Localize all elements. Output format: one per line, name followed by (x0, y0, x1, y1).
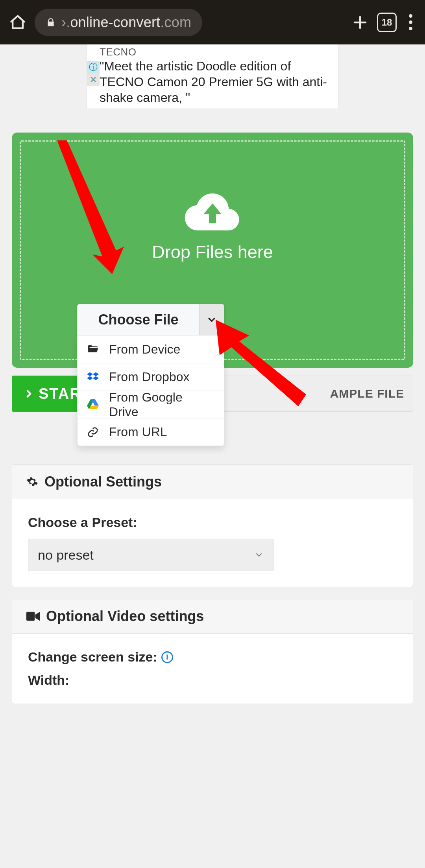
preset-label: Choose a Preset: (28, 515, 397, 530)
menu-item-from-dropbox[interactable]: From Dropbox (78, 363, 224, 391)
preset-value: no preset (38, 547, 94, 563)
menu-item-from-device[interactable]: From Device (78, 335, 224, 363)
dropzone-text: Drop Files here (152, 242, 273, 262)
optional-settings-header[interactable]: Optional Settings (12, 465, 413, 499)
svg-rect-2 (26, 612, 35, 621)
link-icon (86, 426, 100, 438)
optional-video-settings-card: Optional Video settings Change screen si… (12, 599, 413, 704)
optional-settings-title: Optional Settings (44, 474, 162, 490)
choose-file-caret[interactable] (200, 304, 224, 335)
tab-count[interactable]: 18 (377, 13, 397, 32)
example-file-label: AMPLE FILE (330, 387, 404, 400)
ad-banner[interactable]: ⓘ ✕ TECNO "Meet the artistic Doodle edit… (87, 44, 338, 109)
lock-icon (46, 17, 56, 28)
chevron-right-icon (24, 389, 34, 399)
url-bar[interactable]: ›.online-convert.com (35, 9, 202, 36)
optional-settings-card: Optional Settings Choose a Preset: no pr… (12, 464, 413, 587)
menu-item-label: From Google Drive (109, 390, 215, 419)
info-icon[interactable]: i (161, 651, 173, 663)
menu-item-label: From URL (109, 425, 167, 439)
url-text: ›.online-convert.com (61, 14, 191, 31)
ad-brand: TECNO (100, 46, 335, 58)
overflow-menu-icon[interactable] (404, 13, 417, 32)
ad-copy: "Meet the artistic Doodle edition of TEC… (100, 58, 335, 105)
choose-file-menu: From Device From Dropbox From Google Dri… (77, 335, 224, 446)
menu-item-from-google-drive[interactable]: From Google Drive (78, 391, 224, 418)
menu-item-from-url[interactable]: From URL (78, 418, 224, 446)
screen-size-label: Change screen size: (28, 649, 157, 665)
browser-chrome: ›.online-convert.com 18 (0, 0, 425, 44)
ad-close-icon[interactable]: ✕ (87, 74, 100, 86)
preset-select[interactable]: no preset (28, 539, 273, 571)
chevron-down-icon (254, 547, 264, 563)
ad-info-icon[interactable]: ⓘ (87, 61, 100, 74)
gear-icon (26, 476, 38, 488)
cloud-upload-icon (183, 191, 242, 234)
choose-file-split-button: Choose File (77, 304, 224, 335)
google-drive-icon (86, 399, 100, 411)
optional-video-settings-header[interactable]: Optional Video settings (12, 599, 413, 634)
menu-item-label: From Device (109, 342, 180, 357)
chevron-down-icon (206, 314, 217, 325)
folder-open-icon (86, 343, 100, 355)
width-label: Width: (28, 673, 69, 688)
new-tab-icon[interactable] (350, 13, 370, 32)
choose-file-button[interactable]: Choose File (78, 304, 200, 335)
page: ⓘ ✕ TECNO "Meet the artistic Doodle edit… (0, 44, 425, 704)
optional-video-settings-title: Optional Video settings (46, 608, 204, 625)
menu-item-label: From Dropbox (109, 370, 190, 384)
home-icon[interactable] (8, 13, 28, 32)
example-file-button[interactable]: AMPLE FILE (216, 376, 413, 412)
video-icon (26, 610, 40, 622)
dropbox-icon (86, 371, 100, 383)
